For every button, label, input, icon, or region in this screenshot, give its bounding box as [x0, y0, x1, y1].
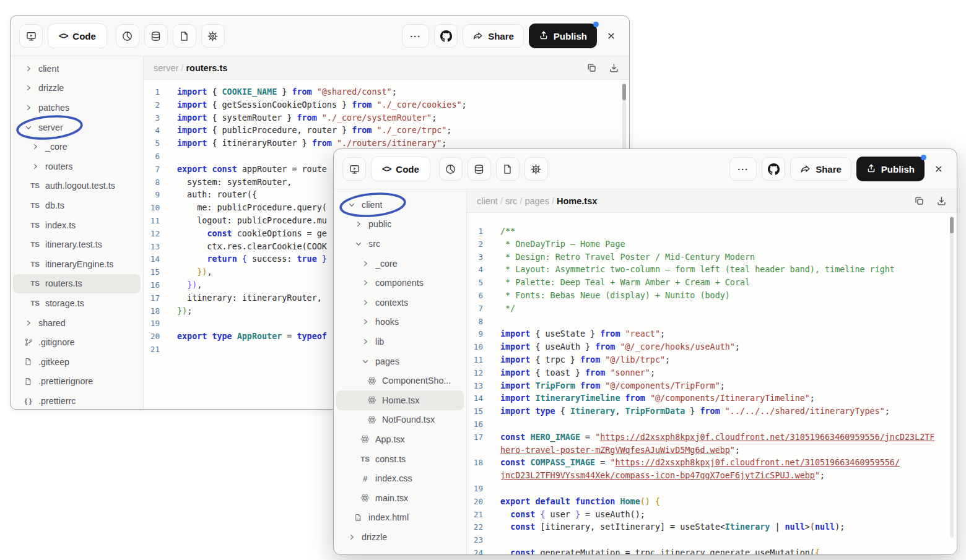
files-button[interactable]: [496, 157, 520, 181]
breadcrumb-folder[interactable]: client: [477, 196, 498, 206]
tree-file-db.ts[interactable]: TSdb.ts: [13, 196, 141, 215]
close-button[interactable]: [929, 160, 948, 178]
tree-item-label: .gitkeep: [38, 357, 69, 367]
tree-file-componentsho...[interactable]: ComponentSho...: [336, 371, 464, 390]
chevron-right-icon: [29, 163, 41, 170]
share-button[interactable]: Share: [463, 24, 524, 48]
publish-button[interactable]: Publish: [856, 157, 925, 181]
tree-folder-client[interactable]: client: [336, 195, 464, 215]
code-text: });: [167, 305, 192, 318]
code-editor[interactable]: 1/**2 * OneDayTrip — Home Page3 * Design…: [467, 213, 957, 554]
tree-item-label: _core: [375, 259, 398, 269]
code-text: import ItineraryTimeline from "@/compone…: [490, 392, 815, 405]
tree-folder-components[interactable]: components: [336, 273, 464, 293]
scrollbar-track[interactable]: [950, 216, 954, 538]
file-icon: [22, 358, 34, 366]
close-button[interactable]: [602, 27, 620, 45]
settings-button[interactable]: [201, 24, 225, 48]
code-text: [167, 317, 177, 330]
tree-file-app.tsx[interactable]: App.tsx: [336, 429, 464, 449]
tree-file-const.ts[interactable]: TSconst.ts: [336, 449, 464, 469]
tree-file-notfound.tsx[interactable]: NotFound.tsx: [336, 410, 464, 430]
code-tab-button[interactable]: <> Code: [48, 24, 107, 48]
tree-file-.prettierignore[interactable]: .prettierignore: [13, 372, 141, 392]
code-line: 19: [467, 483, 957, 496]
code-tab-label: Code: [72, 31, 96, 41]
code-tab-button[interactable]: <> Code: [371, 157, 430, 181]
database-button[interactable]: [468, 157, 491, 181]
tree-file-.gitignore[interactable]: .gitignore: [13, 332, 141, 352]
settings-button[interactable]: [524, 157, 548, 181]
tree-folder-drizzle[interactable]: drizzle: [13, 79, 141, 98]
tree-item-label: .prettierrc: [38, 396, 76, 406]
publish-button[interactable]: Publish: [529, 24, 597, 48]
tree-folder-hooks[interactable]: hooks: [336, 312, 464, 332]
tree-file-main.tsx[interactable]: main.tsx: [336, 488, 464, 508]
chevron-right-icon: [359, 318, 371, 325]
line-number: 17: [144, 292, 167, 305]
code-line: 2import { getSessionCookieOptions } from…: [144, 99, 629, 112]
more-button[interactable]: ···: [402, 24, 429, 48]
tree-folder-public[interactable]: public: [336, 215, 464, 235]
tree-folder-_core[interactable]: _core: [336, 254, 464, 274]
copy-button[interactable]: [586, 62, 597, 73]
download-button[interactable]: [936, 196, 947, 206]
tree-file-.prettierrc[interactable]: { }.prettierrc: [13, 391, 141, 409]
breadcrumb-folder[interactable]: server: [154, 63, 178, 73]
download-button[interactable]: [609, 62, 619, 73]
scrollbar-thumb[interactable]: [950, 217, 954, 233]
gear-icon: [207, 31, 218, 41]
tree-folder-drizzle[interactable]: drizzle: [336, 527, 464, 547]
more-icon: ···: [410, 31, 421, 41]
chart-button[interactable]: [116, 24, 139, 48]
tree-file-home.tsx[interactable]: Home.tsx: [336, 390, 464, 410]
tree-file-storage.ts[interactable]: TSstorage.ts: [13, 293, 141, 313]
preview-monitor-button[interactable]: [342, 157, 366, 181]
tree-folder-server[interactable]: server: [13, 118, 141, 137]
scrollbar-thumb[interactable]: [622, 84, 626, 100]
github-button[interactable]: [434, 24, 458, 48]
tree-folder-src[interactable]: src: [336, 234, 464, 254]
tree-folder-client[interactable]: client: [13, 59, 141, 79]
tree-folder-patches[interactable]: patches: [13, 98, 141, 118]
tree-file-routers.ts[interactable]: TSrouters.ts: [13, 274, 141, 294]
tree-folder-shared[interactable]: shared: [13, 313, 141, 333]
code-text: * OneDayTrip — Home Page: [490, 238, 625, 251]
tree-file-index.html[interactable]: index.html: [336, 508, 464, 528]
tree-file-itineraryengine.ts[interactable]: TSitineraryEngine.ts: [13, 254, 141, 274]
preview-monitor-button[interactable]: [19, 24, 43, 48]
breadcrumb-folder[interactable]: src: [505, 196, 517, 206]
breadcrumb-folder[interactable]: pages: [524, 196, 549, 206]
tree-file-index.ts[interactable]: TSindex.ts: [13, 215, 141, 235]
typescript-file-icon: TS: [29, 261, 41, 268]
more-button[interactable]: ···: [729, 157, 757, 181]
github-button[interactable]: [762, 157, 785, 181]
code-text: jncD23L2TFH9VYssm44Xek/compass-icon-bp47…: [490, 470, 825, 483]
line-number: 16: [144, 279, 167, 292]
files-button[interactable]: [173, 24, 196, 48]
copy-icon: [914, 196, 925, 206]
notification-dot: [921, 155, 926, 160]
code-text: [490, 316, 500, 329]
chart-button[interactable]: [439, 157, 463, 181]
line-number: [467, 444, 490, 457]
tree-folder-_core[interactable]: _core: [13, 137, 141, 157]
tree-folder-routers[interactable]: routers: [13, 157, 141, 176]
tree-item-label: .prettierignore: [38, 376, 93, 386]
tree-folder-pages[interactable]: pages: [336, 351, 464, 371]
line-number: 18: [144, 305, 167, 318]
tree-item-label: routers: [45, 162, 73, 171]
tree-file-itinerary.test.ts[interactable]: TSitinerary.test.ts: [13, 235, 141, 254]
line-number: 7: [144, 163, 167, 176]
tree-file-index.css[interactable]: #index.css: [336, 468, 464, 488]
tree-folder-lib[interactable]: lib: [336, 332, 464, 351]
line-number: 12: [144, 228, 167, 241]
tree-folder-contexts[interactable]: contexts: [336, 293, 464, 312]
database-button[interactable]: [144, 24, 168, 48]
share-button[interactable]: Share: [790, 157, 851, 181]
share-icon: [472, 31, 483, 41]
git-icon: [22, 338, 34, 347]
copy-button[interactable]: [914, 196, 925, 206]
tree-file-.gitkeep[interactable]: .gitkeep: [13, 352, 141, 372]
tree-file-auth.logout.test.ts[interactable]: TSauth.logout.test.ts: [13, 176, 141, 196]
